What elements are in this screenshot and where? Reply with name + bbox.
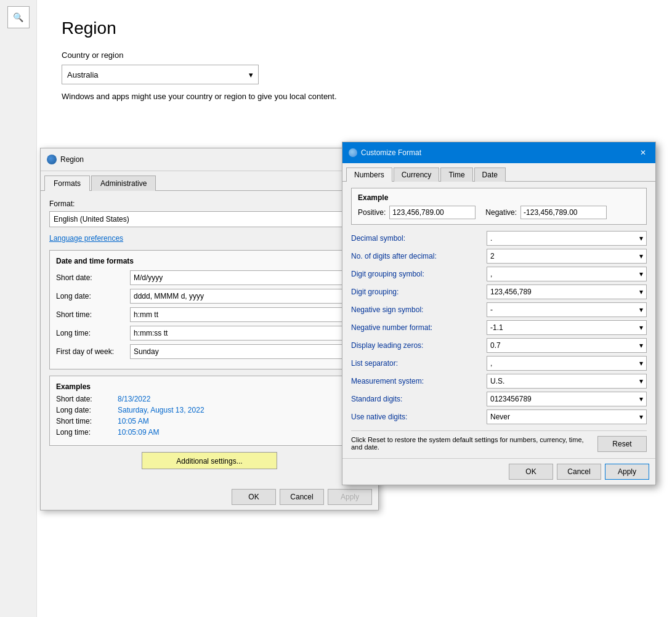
- tab-formats[interactable]: Formats: [44, 175, 90, 191]
- setting-label-list-separator: List separator:: [351, 359, 487, 368]
- region-cancel-button[interactable]: Cancel: [280, 489, 324, 505]
- setting-label-digit-grouping-symbol: Digit grouping symbol:: [351, 270, 487, 278]
- setting-label-digits-after-decimal: No. of digits after decimal:: [351, 252, 487, 260]
- chevron-down-icon: ▾: [639, 270, 643, 278]
- ex-value-long-time: 10:05:09 AM: [118, 428, 159, 437]
- setting-select-display-leading-zeros[interactable]: 0.7 ▾: [487, 338, 647, 353]
- cust-title-left: Customize Format: [349, 148, 421, 157]
- setting-label-negative-sign: Negative sign symbol:: [351, 305, 487, 314]
- setting-select-digit-grouping-symbol[interactable]: , ▾: [487, 267, 647, 281]
- settings-rows: Decimal symbol: . ▾ No. of digits after …: [351, 231, 647, 424]
- ex-value-short-time: 10:05 AM: [118, 417, 149, 425]
- setting-list-separator: List separator: , ▾: [351, 356, 647, 371]
- setting-select-measurement-system[interactable]: U.S. ▾: [487, 374, 647, 389]
- customize-titlebar: Customize Format ✕: [342, 142, 655, 163]
- chevron-down-icon: ▾: [639, 323, 643, 332]
- ex-row-long-time: Long time: 10:05:09 AM: [56, 428, 363, 437]
- setting-select-digit-grouping[interactable]: 123,456,789 ▾: [487, 284, 647, 299]
- dt-label-first-day: First day of week:: [56, 347, 130, 356]
- format-select[interactable]: English (United States) ▾: [49, 211, 370, 227]
- dt-label-long-date: Long date:: [56, 292, 130, 300]
- region-dialog-buttons: OK Cancel Apply: [41, 484, 378, 510]
- format-label: Format:: [49, 200, 370, 208]
- ex-row-short-time: Short time: 10:05 AM: [56, 417, 363, 425]
- tab-time[interactable]: Time: [440, 167, 472, 182]
- negative-label: Negative:: [485, 208, 517, 217]
- title-left: Region: [47, 155, 84, 164]
- ex-label-short-time: Short time:: [56, 417, 118, 425]
- setting-select-digits-after-decimal[interactable]: 2 ▾: [487, 249, 647, 264]
- example-box: Example Positive: Negative:: [351, 188, 647, 225]
- ex-label-long-time: Long time:: [56, 428, 118, 437]
- chevron-down-icon: ▾: [639, 359, 643, 368]
- chevron-down-icon: ▾: [639, 252, 643, 260]
- tab-date[interactable]: Date: [474, 167, 506, 182]
- dt-row-short-date: Short date: M/d/yyyy ▾: [56, 270, 363, 285]
- ex-label-short-date: Short date:: [56, 395, 118, 403]
- examples-title: Examples: [56, 382, 363, 391]
- ex-row-short-date: Short date: 8/13/2022: [56, 395, 363, 403]
- customize-apply-button[interactable]: Apply: [605, 464, 649, 480]
- dt-label-short-time: Short time:: [56, 310, 130, 319]
- ex-row-long-date: Long date: Saturday, August 13, 2022: [56, 406, 363, 414]
- dt-label-short-date: Short date:: [56, 273, 130, 282]
- reset-description: Click Reset to restore the system defaul…: [351, 436, 591, 451]
- ex-value-long-date: Saturday, August 13, 2022: [118, 406, 204, 414]
- dt-row-short-time: Short time: h:mm tt ▾: [56, 307, 363, 322]
- search-icon[interactable]: 🔍: [7, 6, 30, 28]
- setting-use-native-digits: Use native digits: Never ▾: [351, 409, 647, 424]
- region-ok-button[interactable]: OK: [232, 489, 276, 505]
- sidebar: 🔍: [0, 0, 37, 617]
- customize-tab-bar: Numbers Currency Time Date: [342, 163, 655, 181]
- region-dialog: Region ✕ Formats Administrative Format: …: [40, 148, 379, 510]
- customize-cancel-button[interactable]: Cancel: [557, 464, 601, 480]
- dt-select-long-time[interactable]: h:mm:ss tt ▾: [130, 326, 363, 341]
- tab-numbers[interactable]: Numbers: [346, 167, 392, 182]
- dt-label-long-time: Long time:: [56, 329, 130, 337]
- setting-select-negative-number-format[interactable]: -1.1 ▾: [487, 320, 647, 335]
- positive-label: Positive:: [358, 208, 386, 217]
- example-row: Positive: Negative:: [358, 206, 640, 219]
- additional-settings-button[interactable]: Additional settings...: [142, 452, 277, 469]
- setting-select-negative-sign[interactable]: - ▾: [487, 302, 647, 317]
- ex-value-short-date: 8/13/2022: [118, 395, 150, 403]
- language-preferences-link[interactable]: Language preferences: [49, 234, 123, 243]
- country-select[interactable]: Australia ▾: [62, 65, 259, 84]
- customize-ok-button[interactable]: OK: [509, 464, 553, 480]
- dt-select-short-time[interactable]: h:mm tt ▾: [130, 307, 363, 322]
- positive-example: Positive:: [358, 206, 476, 219]
- setting-select-standard-digits[interactable]: 0123456789 ▾: [487, 392, 647, 406]
- negative-example: Negative:: [485, 206, 607, 219]
- dt-row-long-time: Long time: h:mm:ss tt ▾: [56, 326, 363, 341]
- chevron-down-icon: ▾: [639, 413, 643, 421]
- chevron-down-icon: ▾: [639, 288, 643, 296]
- customize-close-button[interactable]: ✕: [637, 147, 649, 159]
- setting-select-decimal-symbol[interactable]: . ▾: [487, 231, 647, 246]
- chevron-down-icon: ▾: [639, 305, 643, 314]
- country-label: Country or region: [62, 50, 647, 60]
- tab-currency[interactable]: Currency: [394, 167, 440, 182]
- dt-select-short-date[interactable]: M/d/yyyy ▾: [130, 270, 363, 285]
- positive-input[interactable]: [389, 206, 476, 219]
- datetime-box: Date and time formats Short date: M/d/yy…: [49, 250, 370, 369]
- cust-globe-icon: [349, 148, 357, 157]
- setting-label-measurement-system: Measurement system:: [351, 377, 487, 385]
- setting-digit-grouping-symbol: Digit grouping symbol: , ▾: [351, 267, 647, 281]
- customize-format-dialog: Customize Format ✕ Numbers Currency Time…: [342, 142, 656, 485]
- setting-negative-number-format: Negative number format: -1.1 ▾: [351, 320, 647, 335]
- dt-row-first-day: First day of week: Sunday ▾: [56, 344, 363, 359]
- region-tab-bar: Formats Administrative: [41, 171, 378, 190]
- dt-select-first-day[interactable]: Sunday ▾: [130, 344, 363, 359]
- chevron-down-icon: ▾: [639, 395, 643, 403]
- region-dialog-title: Region: [60, 155, 84, 164]
- setting-select-use-native-digits[interactable]: Never ▾: [487, 409, 647, 424]
- customize-dialog-title: Customize Format: [361, 148, 421, 157]
- region-apply-button[interactable]: Apply: [328, 489, 372, 505]
- setting-decimal-symbol: Decimal symbol: . ▾: [351, 231, 647, 246]
- dt-select-long-date[interactable]: dddd, MMMM d, yyyy ▾: [130, 289, 363, 304]
- reset-button[interactable]: Reset: [597, 436, 647, 452]
- tab-administrative[interactable]: Administrative: [91, 175, 156, 191]
- dt-row-long-date: Long date: dddd, MMMM d, yyyy ▾: [56, 289, 363, 304]
- negative-input[interactable]: [520, 206, 607, 219]
- setting-select-list-separator[interactable]: , ▾: [487, 356, 647, 371]
